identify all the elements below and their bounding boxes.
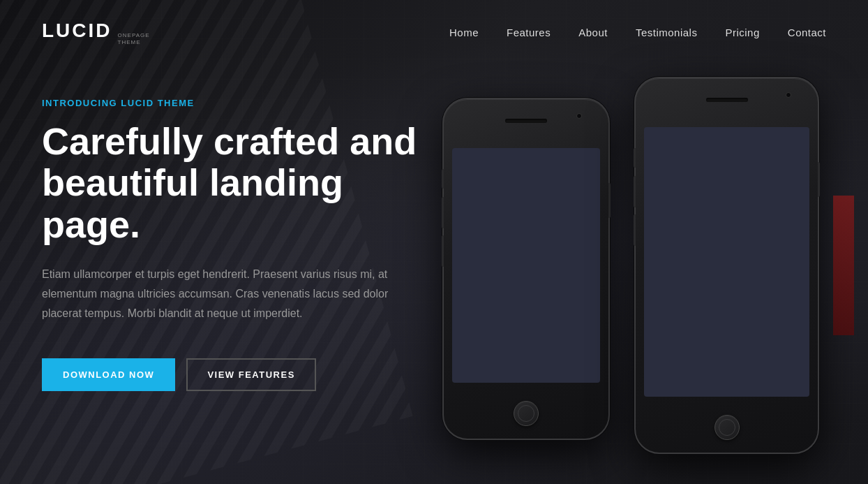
phone-front-side-btn-vol-up [634, 176, 636, 207]
logo[interactable]: LUCID ONEPAGE THEME [42, 20, 150, 45]
phone-front-camera [786, 92, 791, 98]
phone-front-speaker [706, 98, 748, 102]
nav-link-features[interactable]: Features [507, 27, 551, 38]
logo-name: LUCID [42, 20, 112, 42]
hero-content: INTRODUCING LUCID THEME Carefully crafte… [42, 98, 447, 391]
phone-back [442, 98, 610, 440]
nav-item-home[interactable]: Home [449, 27, 479, 39]
nav-link-testimonials[interactable]: Testimonials [636, 27, 698, 38]
phone-front-side-btn-mute [634, 148, 636, 168]
phone-front-home-button [714, 415, 740, 440]
phone-back-camera [576, 113, 582, 119]
nav-link-contact[interactable]: Contact [788, 27, 826, 38]
phone-back-speaker [505, 119, 547, 123]
nav-link-pricing[interactable]: Pricing [725, 27, 759, 38]
navigation: LUCID ONEPAGE THEME Home Features About … [0, 0, 868, 65]
nav-item-features[interactable]: Features [507, 27, 551, 39]
phone-back-body [442, 98, 610, 440]
phone-front-side-btn-right [818, 162, 820, 197]
nav-item-about[interactable]: About [578, 27, 608, 39]
nav-item-testimonials[interactable]: Testimonials [636, 27, 698, 39]
phone-front-body [634, 77, 819, 454]
phone-back-home-button [514, 401, 539, 426]
nav-item-pricing[interactable]: Pricing [725, 27, 759, 39]
phone-back-device [442, 98, 610, 440]
phone-front-side-btn-vol-down [634, 214, 636, 246]
phone-front-screen [644, 127, 809, 397]
download-now-button[interactable]: DOWNLOAD NOW [42, 358, 175, 391]
nav-link-about[interactable]: About [578, 27, 608, 38]
nav-link-home[interactable]: Home [449, 27, 479, 38]
nav-item-contact[interactable]: Contact [788, 27, 826, 39]
intro-label: INTRODUCING LUCID THEME [42, 98, 447, 108]
phone-front [634, 77, 819, 454]
hero-title: Carefully crafted and beautiful landing … [42, 121, 447, 245]
view-features-button[interactable]: VIEW FEATURES [186, 358, 315, 391]
nav-links: Home Features About Testimonials Pricing… [449, 27, 826, 39]
hero-description: Etiam ullamcorper et turpis eget hendrer… [42, 265, 412, 323]
phone-back-screen [452, 148, 600, 383]
phone-front-device [634, 77, 819, 454]
hero-buttons: DOWNLOAD NOW VIEW FEATURES [42, 358, 447, 391]
logo-subtitle: ONEPAGE THEME [118, 32, 150, 45]
phones-mockup [421, 56, 854, 482]
hero-section: LUCID ONEPAGE THEME Home Features About … [0, 0, 868, 484]
red-accent [833, 196, 854, 335]
phone-back-side-btn-right [608, 183, 611, 218]
